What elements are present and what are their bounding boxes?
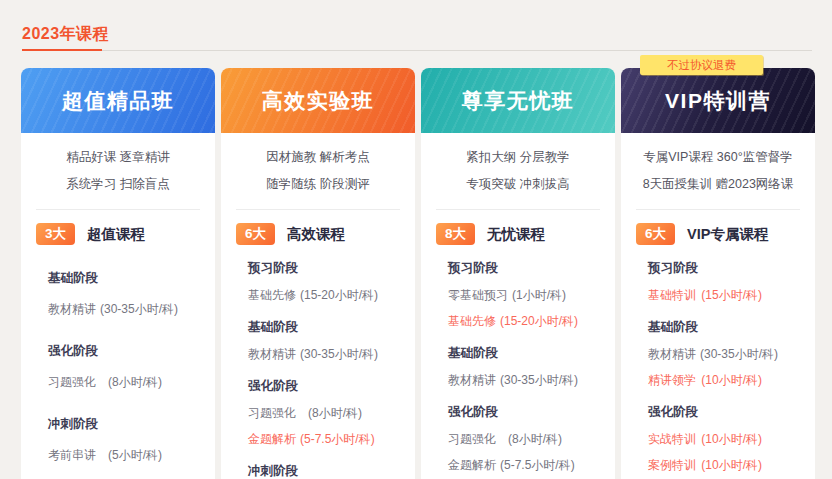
course-hours: (8小时/科) — [308, 405, 362, 422]
stage-list: 预习阶段零基础预习(1小时/科)基础先修(15-20小时/科)基础阶段教材精讲(… — [421, 260, 562, 479]
course-hours: (15小时/科) — [701, 287, 762, 304]
card-title: VIP特训营 — [665, 87, 771, 115]
card-divider — [636, 209, 800, 210]
course-label: 基础特训 — [648, 287, 696, 304]
page-title: 2023年课程 — [22, 24, 109, 45]
course-hours: (10小时/科) — [701, 431, 762, 448]
card-description: 因材施教 解析考点随学随练 阶段测评 — [221, 133, 415, 198]
stage-name: 强化阶段 — [648, 404, 762, 421]
count-badge: 3大 — [36, 223, 75, 245]
badge-row: 3大 超值课程 — [36, 223, 215, 245]
count-badge: 6大 — [636, 223, 675, 245]
course-label: 教材精讲 — [248, 346, 296, 363]
course-row: 实战特训(10小时/科) — [648, 431, 762, 448]
card-description: 专属VIP课程 360°监管督学8天面授集训 赠2023网络课 — [621, 133, 815, 198]
course-row: 教材精讲(30-35小时/科) — [248, 346, 362, 363]
stage-list: 预习阶段基础先修(15-20小时/科)基础阶段教材精讲(30-35小时/科)强化… — [221, 260, 362, 479]
card-divider — [236, 209, 400, 210]
course-hours: (8小时/科) — [508, 431, 562, 448]
description-line: 紧扣大纲 分层教学 — [421, 144, 615, 171]
stage-name: 预习阶段 — [648, 260, 762, 277]
course-label: 教材精讲 — [48, 301, 96, 318]
course-label: 金题解析 — [448, 457, 496, 474]
course-hours: (10小时/科) — [701, 457, 762, 474]
badge-row: 8大 无忧课程 — [436, 223, 615, 245]
stage-name: 强化阶段 — [248, 378, 362, 395]
title-divider-accent — [22, 49, 102, 51]
stage-name: 基础阶段 — [48, 270, 162, 287]
title-divider — [22, 50, 812, 51]
description-line: 系统学习 扫除盲点 — [21, 171, 215, 198]
stage-name: 强化阶段 — [48, 343, 162, 360]
course-label: 案例特训 — [648, 457, 696, 474]
stage-name: 强化阶段 — [448, 404, 562, 421]
course-label: 金题解析 — [248, 431, 296, 448]
badge-title: 超值课程 — [87, 225, 145, 244]
card-description: 紧扣大纲 分层教学专项突破 冲刺拔高 — [421, 133, 615, 198]
description-line: 精品好课 逐章精讲 — [21, 144, 215, 171]
refund-ribbon: 不过协议退费 — [640, 55, 763, 75]
card-header[interactable]: 尊享无忧班 — [421, 68, 615, 133]
course-row: 基础特训(15小时/科) — [648, 287, 762, 304]
badge-title: 无忧课程 — [487, 225, 545, 244]
course-hours: (30-35小时/科) — [100, 301, 178, 318]
course-hours: (5小时/科) — [108, 447, 162, 464]
course-row: 案例特训(10小时/科) — [648, 457, 762, 474]
course-row: 教材精讲(30-35小时/科) — [48, 301, 162, 318]
description-line: 8天面授集训 赠2023网络课 — [621, 171, 815, 198]
course-label: 教材精讲 — [648, 346, 696, 363]
stage-name: 冲刺阶段 — [48, 416, 162, 433]
stage-name: 冲刺阶段 — [248, 463, 362, 479]
course-row: 金题解析(5-7.5小时/科) — [448, 457, 562, 474]
card-title: 超值精品班 — [62, 87, 175, 115]
card-divider — [436, 209, 600, 210]
card-title: 高效实验班 — [262, 87, 375, 115]
card-header[interactable]: 超值精品班 — [21, 68, 215, 133]
card-divider — [36, 209, 200, 210]
stage-name: 预习阶段 — [248, 260, 362, 277]
course-row: 习题强化(8小时/科) — [448, 431, 562, 448]
course-card-1[interactable]: 超值精品班 精品好课 逐章精讲系统学习 扫除盲点 3大 超值课程 基础阶段教材精… — [21, 68, 215, 479]
course-hours: (5-7.5小时/科) — [300, 431, 375, 448]
description-line: 专项突破 冲刺拔高 — [421, 171, 615, 198]
course-row: 习题强化(8小时/科) — [248, 405, 362, 422]
course-row: 基础先修(15-20小时/科) — [448, 313, 562, 330]
course-label: 基础先修 — [248, 287, 296, 304]
course-row: 习题强化(8小时/科) — [48, 374, 162, 391]
stage-list: 基础阶段教材精讲(30-35小时/科)强化阶段习题强化(8小时/科)冲刺阶段考前… — [21, 270, 162, 464]
course-row: 金题解析(5-7.5小时/科) — [248, 431, 362, 448]
course-hours: (10小时/科) — [701, 372, 762, 389]
course-card-3[interactable]: 尊享无忧班 紧扣大纲 分层教学专项突破 冲刺拔高 8大 无忧课程 预习阶段零基础… — [421, 68, 615, 479]
description-line: 因材施教 解析考点 — [221, 144, 415, 171]
stage-name: 基础阶段 — [648, 319, 762, 336]
course-hours: (15-20小时/科) — [300, 287, 378, 304]
badge-row: 6大 VIP专属课程 — [636, 223, 815, 245]
course-label: 实战特训 — [648, 431, 696, 448]
count-badge: 8大 — [436, 223, 475, 245]
card-description: 精品好课 逐章精讲系统学习 扫除盲点 — [21, 133, 215, 198]
course-card-2[interactable]: 高效实验班 因材施教 解析考点随学随练 阶段测评 6大 高效课程 预习阶段基础先… — [221, 68, 415, 479]
card-header[interactable]: VIP特训营 — [621, 68, 815, 133]
course-hours: (15-20小时/科) — [500, 313, 578, 330]
course-row: 教材精讲(30-35小时/科) — [648, 346, 762, 363]
badge-title: 高效课程 — [287, 225, 345, 244]
description-line: 专属VIP课程 360°监管督学 — [621, 144, 815, 171]
card-header[interactable]: 高效实验班 — [221, 68, 415, 133]
course-row: 零基础预习(1小时/科) — [448, 287, 562, 304]
course-hours: (8小时/科) — [108, 374, 162, 391]
course-card-4[interactable]: 不过协议退费 VIP特训营 专属VIP课程 360°监管督学8天面授集训 赠20… — [621, 68, 815, 479]
course-hours: (30-35小时/科) — [700, 346, 778, 363]
stage-list: 预习阶段基础特训(15小时/科)基础阶段教材精讲(30-35小时/科)精讲领学(… — [621, 260, 762, 479]
course-row: 考前串讲(5小时/科) — [48, 447, 162, 464]
course-label: 精讲领学 — [648, 372, 696, 389]
course-label: 习题强化 — [48, 374, 96, 391]
course-row: 教材精讲(30-35小时/科) — [448, 372, 562, 389]
course-label: 零基础预习 — [448, 287, 508, 304]
course-label: 考前串讲 — [48, 447, 96, 464]
badge-row: 6大 高效课程 — [236, 223, 415, 245]
course-row: 基础先修(15-20小时/科) — [248, 287, 362, 304]
course-columns: 超值精品班 精品好课 逐章精讲系统学习 扫除盲点 3大 超值课程 基础阶段教材精… — [21, 68, 815, 479]
count-badge: 6大 — [236, 223, 275, 245]
course-hours: (30-35小时/科) — [300, 346, 378, 363]
course-label: 基础先修 — [448, 313, 496, 330]
